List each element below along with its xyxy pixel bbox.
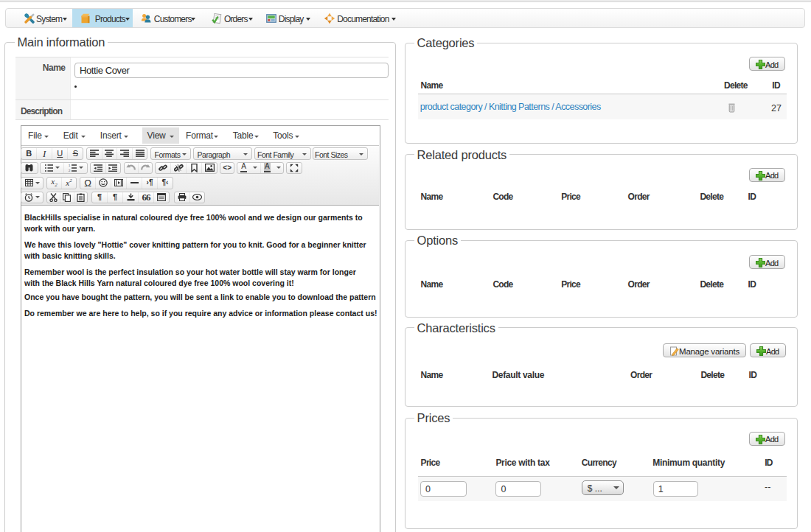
svg-text:2: 2	[69, 169, 71, 172]
svg-text:1: 1	[69, 164, 71, 167]
